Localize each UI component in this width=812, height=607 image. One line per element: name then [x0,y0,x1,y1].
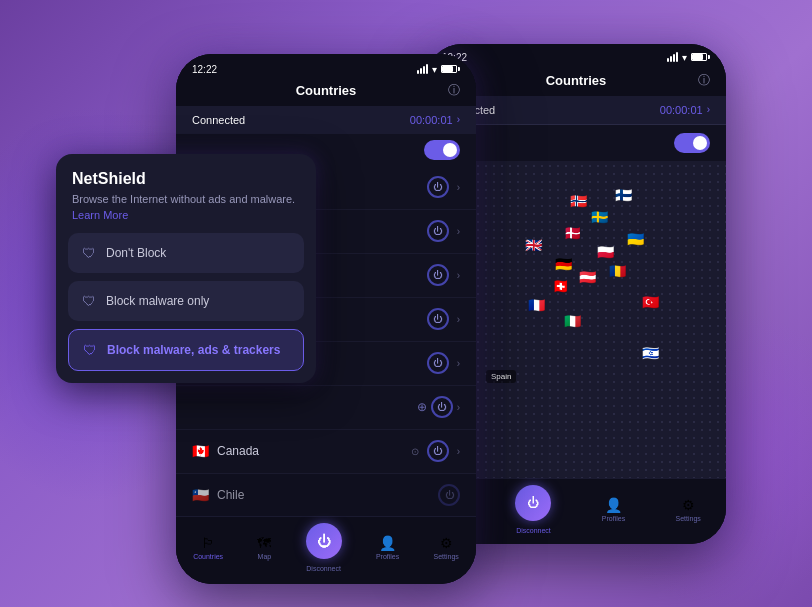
list-item-canada[interactable]: 🇨🇦 Canada ⊙ ⏻ › [176,430,476,474]
list-power-3[interactable]: ⏻ [427,264,449,286]
back-info-icon[interactable]: ⓘ [698,72,710,89]
popup-option-block-all[interactable]: 🛡 Block malware, ads & trackers [68,329,304,371]
front-countries-icon: 🏳 [201,535,215,551]
back-pin-tr: 🇹🇷 [642,294,659,310]
sep-icon: ⊕ [417,400,427,414]
back-pin-de: 🇩🇪 [555,256,572,272]
front-nav-countries[interactable]: 🏳 Countries [193,535,223,560]
popup-option-dont-block-label: Don't Block [106,246,166,260]
back-wifi: ▾ [682,52,687,63]
front-app-header: Countries ⓘ [176,79,476,106]
front-disconnect-btn[interactable]: ⏻ [306,523,342,559]
front-wifi: ▾ [432,64,437,75]
back-status-bar: 12:22 ▾ [426,44,726,67]
front-profiles-icon: 👤 [379,535,396,551]
shield-icon-dont: 🛡 [82,245,96,261]
back-pin-se: 🇸🇪 [591,209,608,225]
back-connected-time: 00:00:01 [660,104,703,116]
list-power-2[interactable]: ⏻ [427,220,449,242]
list-item-chile[interactable]: 🇨🇱 Chile ⏻ [176,474,476,516]
canada-name: Canada [217,444,259,458]
back-pin-it: 🇮🇹 [564,313,581,329]
list-item-chile-left: 🇨🇱 Chile [192,487,244,503]
back-nav-disconnect-label: Disconnect [516,527,551,534]
back-battery [691,53,710,61]
back-signal [667,52,678,62]
canada-check: ⊙ [411,446,419,457]
back-pin-fi: 🇫🇮 [615,187,632,203]
list-chevron-1: › [457,182,460,193]
popup-option-dont-block[interactable]: 🛡 Don't Block [68,233,304,273]
front-toggle[interactable] [424,140,460,160]
back-core-toggle[interactable] [674,133,710,153]
list-item-5-right: ⏻ › [427,352,460,374]
back-pin-ua: 🇺🇦 [627,231,644,247]
list-chevron-2: › [457,226,460,237]
front-nav-disconnect-label: Disconnect [306,565,341,572]
list-power-5[interactable]: ⏻ [427,352,449,374]
front-nav-countries-label: Countries [193,553,223,560]
front-app-title: Countries [296,83,357,98]
back-pin-gb: 🇬🇧 [525,237,542,253]
canada-chevron: › [457,446,460,457]
front-time: 12:22 [192,64,217,75]
sep-chevron: › [457,402,460,413]
back-nav-profiles[interactable]: 👤 Profiles [602,497,625,522]
front-connected-time: 00:00:01 [410,114,453,126]
front-nav-profiles[interactable]: 👤 Profiles [376,535,399,560]
front-battery [441,65,460,73]
phones-container: 12:22 ▾ Countries [56,24,756,584]
front-bottom-nav: 🏳 Countries 🗺 Map ⏻ Disconnect 👤 Profile… [176,516,476,584]
list-power-1[interactable]: ⏻ [427,176,449,198]
front-nav-settings[interactable]: ⚙ Settings [434,535,459,560]
canada-power[interactable]: ⏻ [427,440,449,462]
front-signal [417,64,428,74]
back-disconnect-icon: ⏻ [527,496,539,510]
popup-option-malware-label: Block malware only [106,294,209,308]
popup-learn-more[interactable]: Learn More [72,209,300,221]
list-chevron-4: › [457,314,460,325]
front-info-icon[interactable]: ⓘ [448,82,460,99]
list-chevron-5: › [457,358,460,369]
sep-power[interactable]: ⏻ [431,396,453,418]
popup-title: NetShield [72,170,300,188]
front-nav-map[interactable]: 🗺 Map [257,535,271,560]
back-nav-settings-label: Settings [675,515,700,522]
back-pin-no: 🇳🇴 [570,193,587,209]
list-power-4[interactable]: ⏻ [427,308,449,330]
list-item-3-right: ⏻ › [427,264,460,286]
back-settings-icon: ⚙ [682,497,695,513]
list-item-chile-right: ⏻ [438,484,460,506]
front-connected-status: Connected [192,114,245,126]
netshield-popup: NetShield Browse the Internet without ad… [56,154,316,383]
back-disconnect-btn[interactable]: ⏻ [515,485,551,521]
front-nav-disconnect[interactable]: ⏻ Disconnect [306,523,342,572]
canada-flag: 🇨🇦 [192,443,209,459]
list-item-2-right: ⏻ › [427,220,460,242]
back-nav-settings[interactable]: ⚙ Settings [675,497,700,522]
front-nav-profiles-label: Profiles [376,553,399,560]
shield-icon-malware: 🛡 [82,293,96,309]
back-nav-profiles-label: Profiles [602,515,625,522]
list-item-4-right: ⏻ › [427,308,460,330]
chile-power[interactable]: ⏻ [438,484,460,506]
popup-option-malware[interactable]: 🛡 Block malware only [68,281,304,321]
popup-option-block-all-label: Block malware, ads & trackers [107,343,280,357]
back-pin-il: 🇮🇱 [642,345,659,361]
front-settings-icon: ⚙ [440,535,453,551]
back-pin-at: 🇦🇹 [579,269,596,285]
front-chevron: › [457,114,460,125]
shield-icon-all: 🛡 [83,342,97,358]
front-connected-bar: Connected 00:00:01 › [176,106,476,134]
popup-options: 🛡 Don't Block 🛡 Block malware only 🛡 Blo… [56,225,316,383]
front-status-bar: 12:22 ▾ [176,54,476,79]
list-chevron-3: › [457,270,460,281]
popup-header: NetShield Browse the Internet without ad… [56,154,316,225]
chile-name: Chile [217,488,244,502]
chile-flag: 🇨🇱 [192,487,209,503]
list-item-canada-right: ⊙ ⏻ › [411,440,460,462]
back-pin-fr: 🇫🇷 [528,297,545,313]
front-nav-map-label: Map [258,553,272,560]
back-nav-disconnect[interactable]: ⏻ Disconnect [515,485,551,534]
list-item-1-right: ⏻ › [427,176,460,198]
